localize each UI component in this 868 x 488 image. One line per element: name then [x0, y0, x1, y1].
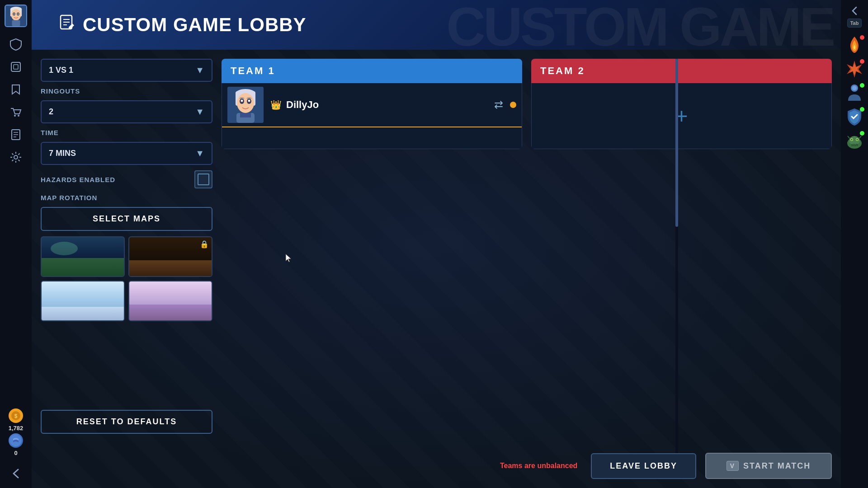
map-rotation-label: MAP ROTATION — [41, 194, 212, 202]
svg-rect-47 — [240, 113, 251, 117]
right-icon-character[interactable] — [844, 82, 865, 104]
reset-defaults-button[interactable]: RESET TO DEFAULTS — [41, 410, 212, 434]
ringouts-label: RINGOUTS — [41, 87, 212, 95]
tab-button[interactable]: Tab — [847, 19, 862, 28]
team1-body: 👑 DillyJo ⇄ — [222, 83, 522, 149]
settings-scrollbar[interactable] — [675, 59, 678, 479]
leave-lobby-button[interactable]: LEAVE LOBBY — [591, 453, 696, 479]
svg-point-45 — [248, 100, 250, 102]
edit-icon — [59, 14, 76, 36]
select-maps-button[interactable]: SELECT MAPS — [41, 207, 212, 231]
svg-point-12 — [14, 115, 16, 117]
svg-point-30 — [852, 86, 857, 90]
map-thumb-1[interactable] — [41, 236, 125, 277]
settings-panel: 1 VS 1 ▼ RINGOUTS 2 ▼ TIME 7 MINS ▼ HAZA… — [41, 59, 212, 479]
nav-icon-cart[interactable] — [6, 102, 26, 122]
map-lock-icon: 🔒 — [200, 240, 209, 249]
time-dropdown-arrow: ▼ — [195, 148, 204, 159]
player1-info: 👑 DillyJo — [264, 99, 494, 111]
flame-badge — [860, 35, 864, 40]
svg-point-35 — [851, 139, 853, 141]
ringouts-value: 2 — [49, 107, 53, 117]
svg-point-18 — [14, 155, 18, 159]
burst-badge — [860, 59, 864, 64]
gold-amount: 1,782 — [9, 425, 24, 432]
start-label: START MATCH — [743, 461, 811, 471]
svg-point-8 — [17, 13, 19, 14]
mode-dropdown-arrow: ▼ — [195, 65, 204, 75]
back-arrow-icon[interactable] — [848, 5, 861, 17]
gold-dot — [510, 102, 516, 108]
start-match-button[interactable]: V START MATCH — [705, 453, 832, 479]
crown-icon: 👑 — [270, 99, 282, 110]
right-icon-shield[interactable] — [844, 106, 865, 128]
teams-row: TEAM 1 — [222, 59, 832, 149]
right-icon-monster[interactable] — [844, 130, 865, 152]
player1-name: DillyJo — [286, 99, 319, 111]
swap-button[interactable]: ⇄ — [494, 99, 503, 111]
svg-rect-11 — [14, 65, 18, 69]
hazards-container: HAZARDS ENABLED — [41, 170, 212, 188]
right-sidebar: Tab — [841, 0, 868, 488]
team1-panel: TEAM 1 — [222, 59, 522, 149]
right-icon-burst[interactable] — [844, 58, 865, 80]
monster-badge — [860, 131, 864, 136]
mode-value: 1 VS 1 — [49, 66, 73, 75]
time-dropdown[interactable]: 7 MINS ▼ — [41, 142, 212, 165]
header-title: Custom Game Lobby — [59, 14, 307, 36]
nav-icon-settings[interactable] — [6, 147, 26, 167]
hazards-checkbox-inner — [198, 174, 209, 185]
team2-panel: TEAM 2 + — [531, 59, 832, 149]
svg-point-7 — [13, 13, 14, 14]
gold-coin-icon: $ — [9, 408, 23, 423]
svg-point-36 — [857, 139, 858, 141]
svg-point-44 — [241, 100, 243, 102]
nav-icon-notebook[interactable] — [6, 124, 26, 145]
header-bg-text: Custom Game L — [446, 0, 868, 50]
header-banner: Custom Game L Custom Game Lobby — [32, 0, 868, 50]
scroll-thumb — [675, 59, 678, 227]
character-badge — [860, 83, 864, 88]
map-thumb-3[interactable] — [41, 281, 125, 321]
nav-icon-cube[interactable] — [6, 56, 26, 77]
blue-amount: 0 — [14, 450, 17, 456]
blue-coin-icon — [9, 433, 23, 448]
mode-dropdown[interactable]: 1 VS 1 ▼ — [41, 59, 212, 82]
ringouts-dropdown[interactable]: 2 ▼ — [41, 100, 212, 123]
player-avatar[interactable] — [5, 5, 27, 27]
nav-icon-bookmark[interactable] — [6, 79, 26, 99]
map-thumbnails-grid: 🔒 — [41, 236, 212, 321]
time-value: 7 MINS — [49, 149, 76, 158]
start-key-icon: V — [726, 461, 739, 471]
back-button[interactable] — [6, 463, 26, 483]
unbalanced-warning: Teams are unbalanced — [500, 462, 577, 470]
map-thumb-2[interactable]: 🔒 — [128, 236, 212, 277]
nav-icon-shield[interactable] — [6, 34, 26, 54]
bottom-bar: Teams are unbalanced LEAVE LOBBY V START… — [208, 453, 832, 479]
page-title: Custom Game Lobby — [83, 14, 307, 36]
svg-rect-9 — [12, 20, 20, 26]
svg-point-32 — [849, 136, 860, 145]
main-content: 1 VS 1 ▼ RINGOUTS 2 ▼ TIME 7 MINS ▼ HAZA… — [32, 50, 841, 488]
hazards-checkbox[interactable] — [194, 170, 212, 188]
svg-point-4 — [11, 9, 21, 20]
svg-rect-10 — [11, 62, 20, 71]
teams-area: TEAM 1 — [222, 59, 832, 479]
right-icon-flame[interactable] — [844, 34, 865, 56]
left-sidebar: $ 1,782 0 — [0, 0, 32, 488]
team1-header: TEAM 1 — [222, 59, 522, 83]
svg-text:$: $ — [14, 413, 18, 419]
svg-point-13 — [18, 115, 19, 117]
currency-section: $ 1,782 0 — [9, 408, 24, 456]
map-thumb-4[interactable] — [128, 281, 212, 321]
team2-header: TEAM 2 — [531, 59, 832, 83]
ringouts-dropdown-arrow: ▼ — [195, 107, 204, 117]
time-label: TIME — [41, 129, 212, 136]
player-slot-1: 👑 DillyJo ⇄ — [222, 83, 522, 127]
svg-point-41 — [237, 93, 254, 113]
player1-avatar — [227, 87, 264, 123]
add-player-button[interactable]: + — [531, 83, 832, 149]
hazards-label: HAZARDS ENABLED — [41, 176, 115, 183]
shield-badge — [860, 107, 864, 112]
